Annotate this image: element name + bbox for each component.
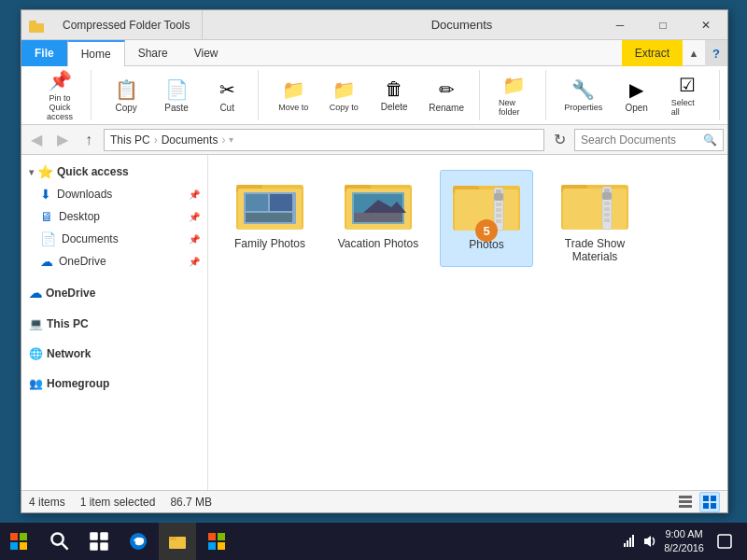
item-count: 4 items bbox=[29, 496, 65, 509]
svg-rect-67 bbox=[718, 535, 731, 548]
svg-rect-64 bbox=[629, 538, 631, 547]
tray-volume[interactable] bbox=[641, 533, 658, 550]
taskbar-clock[interactable]: 9:00 AM 8/2/2016 bbox=[664, 527, 704, 556]
paste-button[interactable]: 📄 Paste bbox=[153, 75, 200, 117]
svg-rect-36 bbox=[604, 218, 610, 222]
address-path[interactable]: This PC › Documents › ▾ bbox=[104, 129, 544, 151]
taskbar-store[interactable] bbox=[198, 523, 235, 560]
folder-trade-show[interactable]: Trade Show Materials bbox=[548, 170, 641, 267]
back-button[interactable]: ◀ bbox=[25, 129, 48, 151]
svg-rect-0 bbox=[29, 23, 44, 33]
svg-rect-43 bbox=[703, 503, 709, 509]
refresh-button[interactable]: ↻ bbox=[548, 129, 571, 151]
start-button[interactable] bbox=[0, 523, 37, 560]
svg-rect-39 bbox=[679, 500, 692, 503]
move-to-button[interactable]: 📁 Move to bbox=[270, 75, 317, 116]
svg-rect-33 bbox=[604, 202, 610, 205]
properties-button[interactable]: 🔧 Properties bbox=[557, 75, 610, 116]
ribbon-tabs: File Home Share View Extract ▲ ? bbox=[21, 40, 727, 66]
svg-rect-29 bbox=[563, 189, 627, 230]
network-icon: 🌐 bbox=[29, 347, 43, 360]
svg-rect-46 bbox=[20, 533, 27, 540]
svg-rect-1 bbox=[29, 21, 36, 24]
pin-to-quickaccess-button[interactable]: 📌 Pin to Quickaccess bbox=[36, 65, 83, 125]
svg-rect-40 bbox=[679, 505, 692, 508]
homegroup-header[interactable]: 👥 Homegroup bbox=[21, 371, 207, 394]
close-button[interactable]: ✕ bbox=[684, 10, 727, 40]
sidebar-item-desktop[interactable]: 🖥 Desktop 📌 bbox=[21, 205, 207, 228]
ribbon-tab-file[interactable]: File bbox=[21, 40, 67, 66]
new-folder-button[interactable]: 📁 New folder bbox=[491, 70, 538, 120]
forward-button[interactable]: ▶ bbox=[51, 129, 74, 151]
sidebar-separator-1 bbox=[21, 273, 207, 280]
taskbar-search[interactable] bbox=[41, 523, 78, 560]
taskbar-task-view[interactable] bbox=[80, 523, 118, 560]
icon-view-button[interactable] bbox=[699, 492, 720, 512]
notification-button[interactable] bbox=[710, 523, 740, 560]
svg-rect-60 bbox=[208, 542, 216, 550]
svg-rect-7 bbox=[270, 194, 292, 211]
onedrive-quick-icon: ☁ bbox=[40, 254, 53, 269]
tray-network[interactable] bbox=[621, 533, 638, 550]
ribbon-tab-home[interactable]: Home bbox=[67, 40, 125, 66]
ribbon-group-pin: 📌 Pin to Quickaccess bbox=[29, 70, 92, 120]
onedrive-header[interactable]: ☁ OneDrive bbox=[21, 280, 207, 304]
sidebar-separator-3 bbox=[21, 334, 207, 342]
sidebar-item-onedrive-quick[interactable]: ☁ OneDrive 📌 bbox=[21, 250, 207, 273]
delete-button[interactable]: 🗑 Delete bbox=[371, 75, 417, 116]
folder-photos[interactable]: 5 Photos bbox=[440, 170, 533, 267]
pin-icon: 📌 bbox=[189, 234, 200, 245]
context-tab[interactable]: Compressed Folder Tools bbox=[51, 10, 203, 40]
svg-rect-61 bbox=[218, 542, 225, 550]
svg-rect-41 bbox=[703, 496, 709, 501]
folder-family-photos[interactable]: Family Photos bbox=[223, 170, 317, 267]
select-all-button[interactable]: ☑ Select all bbox=[664, 70, 712, 120]
rename-button[interactable]: ✏ Rename bbox=[421, 75, 472, 117]
cut-button[interactable]: ✂ Cut bbox=[204, 75, 250, 117]
desktop-icon: 🖥 bbox=[40, 209, 53, 224]
svg-rect-45 bbox=[10, 533, 18, 540]
selection-info: 1 item selected bbox=[80, 496, 156, 509]
addressbar: ◀ ▶ ↑ This PC › Documents › ▾ ↻ 🔍 bbox=[21, 125, 727, 155]
folder-vacation-photos[interactable]: Vacation Photos bbox=[331, 170, 425, 267]
window-title: Documents bbox=[325, 18, 599, 32]
ribbon-group-clipboard: 📋 Copy 📄 Paste ✂ Cut bbox=[95, 70, 259, 120]
ribbon-help[interactable]: ? bbox=[705, 40, 727, 66]
onedrive-section-icon: ☁ bbox=[29, 286, 42, 301]
vacation-photos-icon bbox=[345, 174, 412, 233]
search-input[interactable] bbox=[581, 133, 699, 147]
vacation-photos-label: Vacation Photos bbox=[338, 237, 419, 250]
minimize-button[interactable]: ─ bbox=[599, 10, 641, 40]
svg-rect-62 bbox=[624, 543, 626, 547]
copy-to-button[interactable]: 📁 Copy to bbox=[320, 75, 367, 116]
photos-zip-icon: 5 bbox=[453, 175, 520, 234]
open-button[interactable]: ▶ Open bbox=[613, 75, 660, 117]
search-box: 🔍 bbox=[574, 129, 724, 151]
svg-rect-53 bbox=[90, 542, 98, 551]
copy-button[interactable]: 📋 Copy bbox=[103, 75, 149, 117]
taskbar-explorer[interactable] bbox=[159, 523, 196, 560]
ribbon-tab-share[interactable]: Share bbox=[125, 40, 181, 66]
ribbon-tab-bar: Compressed Folder Tools bbox=[51, 10, 325, 40]
quick-access-header[interactable]: ▾ ⭐ Quick access bbox=[21, 159, 207, 183]
ribbon-collapse[interactable]: ▲ bbox=[683, 40, 705, 66]
sidebar-item-documents[interactable]: 📄 Documents 📌 bbox=[21, 228, 207, 250]
network-header[interactable]: 🌐 Network bbox=[21, 342, 207, 364]
ribbon-group-organize: 📁 Move to 📁 Copy to 🗑 Delete ✏ Rename bbox=[262, 70, 480, 120]
svg-rect-34 bbox=[604, 207, 610, 211]
svg-rect-54 bbox=[100, 542, 108, 551]
list-view-button[interactable] bbox=[675, 492, 696, 512]
ribbon-tab-extract[interactable]: Extract bbox=[622, 40, 683, 66]
window-controls: ─ □ ✕ bbox=[599, 10, 727, 40]
up-button[interactable]: ↑ bbox=[78, 129, 100, 151]
sidebar-item-downloads[interactable]: ⬇ Downloads 📌 bbox=[21, 183, 207, 205]
taskbar-edge[interactable] bbox=[120, 523, 157, 560]
svg-marker-66 bbox=[644, 536, 651, 547]
thispc-header[interactable]: 💻 This PC bbox=[21, 312, 207, 334]
ribbon-tab-view[interactable]: View bbox=[181, 40, 232, 66]
svg-rect-26 bbox=[494, 193, 503, 201]
svg-point-49 bbox=[51, 533, 63, 544]
pin-icon: 📌 bbox=[189, 189, 200, 200]
pin-icon: 📌 bbox=[189, 257, 200, 267]
maximize-button[interactable]: □ bbox=[641, 10, 684, 40]
